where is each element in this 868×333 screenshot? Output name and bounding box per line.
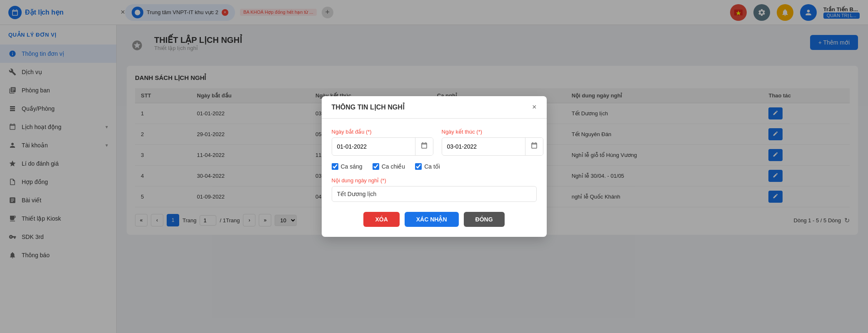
start-date-label: Ngày bắt đầu (*) [332,129,433,135]
noi-dung-group: Nội dung ngày nghỉ (*) [332,177,537,202]
ca-sang-checkbox[interactable] [332,163,338,170]
checkboxes-row: Ca sáng Ca chiều Ca tối [332,163,537,170]
modal-header: THÔNG TIN LỊCH NGHỈ × [322,96,547,119]
modal-footer: XÓA XÁC NHẬN ĐÓNG [322,212,547,237]
close-dialog-button[interactable]: ĐÓNG [464,212,505,227]
noi-dung-label: Nội dung ngày nghỉ (*) [332,177,537,184]
end-date-label: Ngày kết thúc (*) [442,129,543,135]
end-date-calendar-button[interactable] [525,138,543,155]
ca-toi-checkbox[interactable] [415,163,422,170]
end-date-input[interactable] [442,139,525,154]
start-date-calendar-button[interactable] [415,138,433,155]
ca-toi-label: Ca tối [424,163,440,170]
start-date-wrapper [332,137,433,156]
ca-chieu-label: Ca chiều [382,163,405,170]
modal-dialog: THÔNG TIN LỊCH NGHỈ × Ngày bắt đầu (*) [322,96,547,237]
modal-title: THÔNG TIN LỊCH NGHỈ [332,103,405,111]
start-date-input[interactable] [332,139,415,154]
confirm-button[interactable]: XÁC NHẬN [405,212,459,227]
ca-chieu-checkbox-item[interactable]: Ca chiều [373,163,405,170]
noi-dung-input[interactable] [332,186,537,202]
end-date-wrapper [442,137,543,156]
modal-close-button[interactable]: × [532,103,537,112]
delete-button[interactable]: XÓA [363,212,399,227]
modal-body: Ngày bắt đầu (*) Ngày kết thúc (*) [322,119,547,212]
date-row: Ngày bắt đầu (*) Ngày kết thúc (*) [332,129,537,156]
ca-toi-checkbox-item[interactable]: Ca tối [415,163,440,170]
ca-sang-label: Ca sáng [341,163,363,170]
start-date-group: Ngày bắt đầu (*) [332,129,433,156]
ca-sang-checkbox-item[interactable]: Ca sáng [332,163,363,170]
ca-chieu-checkbox[interactable] [373,163,379,170]
modal-overlay: THÔNG TIN LỊCH NGHỈ × Ngày bắt đầu (*) [0,0,868,333]
end-date-group: Ngày kết thúc (*) [442,129,543,156]
